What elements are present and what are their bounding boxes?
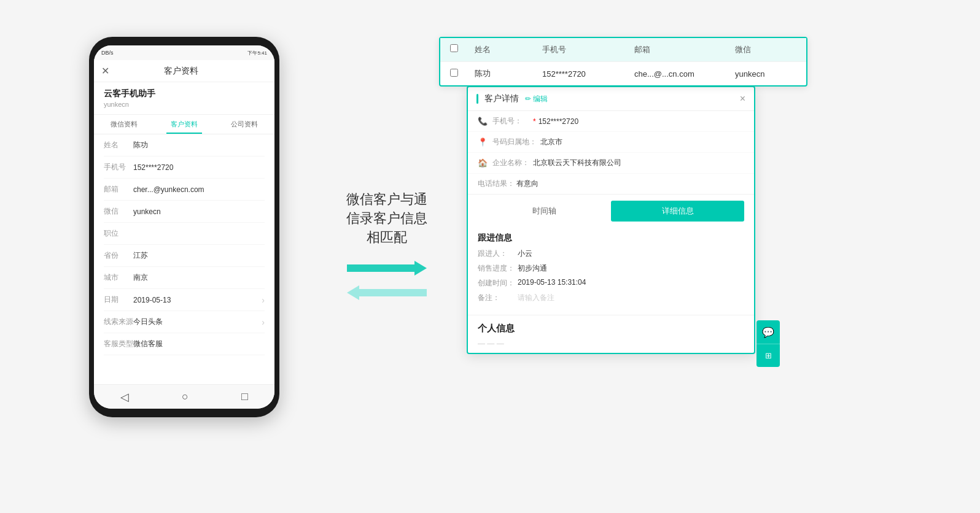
phone-tab-wechat[interactable]: 微信资料 (94, 115, 154, 134)
list-item: 邮箱 cher...@yunkecn.com (104, 179, 265, 201)
field-value-date: 2019-05-13 (133, 296, 262, 304)
detail-phone-row: 📞 手机号： * 152****2720 (468, 111, 754, 132)
sales-progress-row: 销售进度： 初步沟通 (478, 263, 744, 274)
chat-float-button[interactable]: 💬 (756, 320, 780, 344)
follow-person-row: 跟进人： 小云 (478, 249, 744, 259)
phone-field-list: 姓名 陈功 手机号 152****2720 邮箱 cher...@yunkecn… (94, 134, 274, 355)
qr-icon: ⊞ (765, 351, 772, 360)
field-value-province: 江苏 (133, 250, 265, 261)
field-label-position: 职位 (104, 228, 133, 239)
customer-table: 姓名 手机号 邮箱 微信 陈功 152****2720 che...@...cn… (439, 37, 807, 87)
phone-bottom-bar: ◁ ○ □ (94, 384, 274, 409)
list-item: 手机号 152****2720 (104, 156, 265, 179)
field-label-province: 省份 (104, 250, 133, 261)
arrow-right-icon (347, 259, 427, 277)
table-cell-wechat: yunkecn (735, 69, 796, 79)
middle-description-text: 微信客户与通信录客户信息相匹配 (346, 190, 427, 247)
create-time-label: 创建时间： (478, 278, 518, 288)
detail-location-label: 号码归属地： (492, 137, 537, 147)
arrow-left-icon (347, 284, 427, 302)
tab-timeline[interactable]: 时间轴 (478, 201, 611, 222)
tab-detail-info[interactable]: 详细信息 (611, 201, 744, 222)
detail-phone-label: 手机号： (492, 116, 529, 126)
nav-home-btn[interactable]: ○ (182, 390, 189, 403)
detail-company-label: 企业名称： (492, 158, 529, 168)
create-time-row: 创建时间： 2019-05-13 15:31:04 (478, 278, 744, 288)
table-col-name-header: 姓名 (475, 44, 542, 55)
edit-label: 编辑 (533, 94, 548, 104)
detail-location-row: 📍 号码归属地： 北京市 (468, 132, 754, 153)
table-select-all-checkbox[interactable] (450, 44, 458, 52)
phone-user-section: 云客手机助手 yunkecn (94, 82, 274, 115)
status-signal: DB/s (101, 50, 114, 56)
list-item: 省份 江苏 (104, 245, 265, 267)
field-value-email: cher...@yunkecn.com (133, 185, 265, 194)
phone-status-bar: DB/s 下午5:41 (94, 45, 274, 60)
phone-tab-company[interactable]: 公司资料 (214, 115, 274, 134)
phone-close-btn[interactable]: ✕ (101, 65, 109, 77)
svg-marker-0 (347, 261, 427, 276)
row-select-checkbox[interactable] (450, 69, 458, 77)
follow-person-value: 小云 (518, 249, 532, 259)
list-item: 日期 2019-05-13 › (104, 289, 265, 311)
arrows-section: 微信客户与通信录客户信息相匹配 (319, 190, 454, 302)
field-label-city: 城市 (104, 272, 133, 283)
phone-user-id: yunkecn (104, 101, 265, 108)
title-bar-accent (476, 94, 478, 104)
nav-recent-btn[interactable]: □ (241, 390, 248, 403)
follow-up-section: 跟进信息 跟进人： 小云 销售进度： 初步沟通 创建时间： 2019-05-13… (468, 228, 754, 312)
table-header-row: 姓名 手机号 邮箱 微信 (440, 38, 806, 61)
detail-call-result-row: 电话结果： 有意向 (468, 174, 754, 195)
call-result-label: 电话结果： (478, 179, 515, 188)
phone-tab-customer[interactable]: 客户资料 (154, 115, 214, 134)
list-item: 线索来源 今日头条 › (104, 311, 265, 333)
table-col-checkbox-header (450, 44, 475, 55)
field-label-date: 日期 (104, 295, 133, 305)
list-item: 职位 (104, 223, 265, 245)
detail-phone-value: 152****2720 (539, 117, 578, 126)
nav-back-btn[interactable]: ◁ (120, 390, 129, 404)
sales-progress-label: 销售进度： (478, 263, 518, 274)
list-item: 城市 南京 (104, 267, 265, 289)
table-row: 陈功 152****2720 che...@...cn.com yunkecn (440, 61, 806, 85)
field-value-phone: 152****2720 (133, 163, 265, 172)
company-icon: 🏠 (478, 158, 488, 168)
personal-info-expand-hint: — — — (478, 339, 504, 348)
detail-close-button[interactable]: × (740, 93, 745, 104)
detail-card-header: 客户详情 ✏ 编辑 × (468, 87, 754, 111)
follow-up-title: 跟进信息 (478, 233, 744, 244)
status-time: 下午5:41 (247, 50, 267, 56)
location-icon: 📍 (478, 137, 488, 147)
create-time-value: 2019-05-13 15:31:04 (518, 278, 586, 288)
remark-row: 备注： 请输入备注 (478, 293, 744, 303)
phone-header-title: 客户资料 (109, 66, 252, 77)
phone-mockup: DB/s 下午5:41 ✕ 客户资料 云客手机助手 yunkecn 微信资料 客… (89, 37, 279, 417)
customer-detail-card: 客户详情 ✏ 编辑 × 📞 手机号： * 152****2720 📍 号码归属地… (467, 86, 755, 354)
arrow-icon: › (262, 317, 265, 327)
arrow-icon: › (262, 295, 265, 305)
table-col-email-header: 邮箱 (634, 44, 735, 55)
field-label-source: 线索来源 (104, 317, 133, 327)
svg-marker-1 (347, 285, 427, 300)
phone-required-star: * (533, 117, 536, 126)
detail-company-row: 🏠 企业名称： 北京联云天下科技有限公司 (468, 153, 754, 174)
field-label-type: 客服类型 (104, 339, 133, 349)
table-cell-phone: 152****2720 (542, 69, 634, 79)
field-value-source: 今日头条 (133, 317, 262, 327)
follow-person-label: 跟进人： (478, 249, 518, 259)
remark-value[interactable]: 请输入备注 (518, 293, 554, 303)
detail-location-value: 北京市 (540, 137, 562, 147)
float-action-icons: 💬 ⊞ (756, 320, 780, 367)
field-label-name: 姓名 (104, 140, 133, 150)
list-item: 微信 yunkecn (104, 201, 265, 223)
list-item: 客服类型 微信客服 (104, 333, 265, 355)
qr-float-button[interactable]: ⊞ (756, 344, 780, 367)
detail-tabs: 时间轴 详细信息 (478, 201, 744, 222)
field-value-wechat: yunkecn (133, 207, 265, 216)
list-item: 姓名 陈功 (104, 134, 265, 156)
table-col-wechat-header: 微信 (735, 44, 796, 55)
detail-title: 客户详情 (484, 93, 519, 104)
table-cell-email: che...@...cn.com (634, 69, 735, 79)
edit-button[interactable]: ✏ 编辑 (525, 94, 548, 104)
table-row-checkbox[interactable] (450, 69, 475, 79)
